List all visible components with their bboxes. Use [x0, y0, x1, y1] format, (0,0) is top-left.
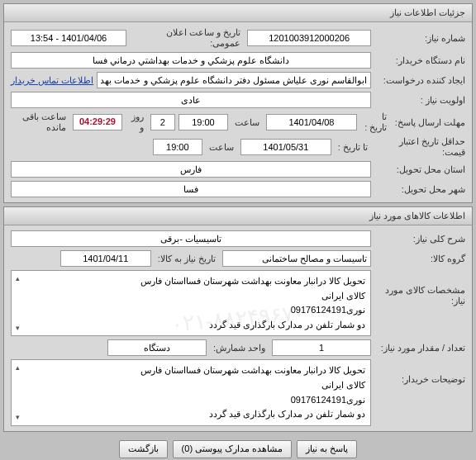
group-field [222, 250, 371, 267]
buyer-contact-link[interactable]: اطلاعات تماس خریدار [11, 75, 93, 86]
province-field [11, 161, 371, 178]
valid-to-time-label: ساعت [206, 142, 237, 153]
pub-date-field [11, 30, 126, 46]
chevron-down-icon[interactable]: ▾ [13, 411, 21, 423]
remain-days-field [150, 114, 175, 130]
valid-to-date-field [240, 139, 331, 155]
spec-field[interactable]: ▴ ▾ تحویل کالا درانبار معاونت بهداشت شهر… [11, 270, 371, 336]
city-field [11, 181, 371, 197]
notes-line: تحویل کالا درانبار معاونت بهداشت شهرستان… [17, 363, 365, 378]
unit-label: واحد شمارش: [210, 343, 269, 353]
spec-line: نوری09176124191 [17, 303, 365, 318]
spec-line: دو شمار تلفن در مدارک بارگذاری قید گردد [17, 318, 365, 333]
deadline-label: مهلت ارسال پاسخ: [393, 117, 465, 128]
attachments-label: مشاهده مدارک پیوستی [195, 443, 283, 453]
unit-field [107, 339, 207, 356]
spec-line: تحویل کالا درانبار معاونت بهداشت شهرستان… [17, 274, 365, 289]
city-label: شهر محل تحویل: [374, 184, 465, 195]
panel1-title: جزئیات اطلاعات نیاز [4, 4, 472, 22]
desc-field [11, 230, 371, 247]
qty-field [272, 339, 371, 356]
notes-line: کالای ایرانی [17, 378, 365, 393]
creator-name-field [97, 72, 371, 88]
buyer-notes-label: توضیحات خریدار: [374, 359, 465, 385]
attachments-button[interactable]: مشاهده مدارک پیوستی (0) [173, 440, 293, 458]
back-button[interactable]: بازگشت [119, 440, 168, 458]
priority-label: اولویت نیاز : [374, 95, 465, 106]
remain-time: 04:29:29 [73, 114, 122, 130]
attachments-count: (0) [182, 443, 193, 453]
need-no-field [247, 30, 371, 46]
desc-label: شرح کلی نیاز: [374, 234, 465, 244]
spec-line: کالای ایرانی [17, 289, 365, 304]
buyer-name-field [11, 52, 371, 69]
remain-suffix: ساعت باقی مانده [11, 111, 69, 133]
spec-label: مشخصات کالای مورد نیاز: [374, 270, 465, 306]
creator-label: ایجاد کننده درخواست: [374, 75, 465, 86]
qty-label: تعداد / مقدار مورد نیاز: [374, 343, 465, 353]
group-label: گروه کالا: [374, 254, 465, 264]
to-time-field [178, 114, 228, 130]
panel2-title: اطلاعات کالاهای مورد نیاز [4, 207, 472, 225]
province-label: استان محل تحویل: [374, 164, 465, 175]
chevron-up-icon[interactable]: ▴ [13, 273, 21, 284]
chevron-down-icon[interactable]: ▾ [13, 322, 21, 334]
valid-to-date-label: تا تاریخ : [335, 142, 371, 153]
to-date-label: تا تاریخ : [360, 111, 390, 133]
remain-days-label: روز و [126, 111, 147, 133]
notes-line: نوری09176124191 [17, 393, 365, 408]
pub-date-label: تاریخ و ساعت اعلان عمومی: [130, 27, 244, 49]
need-item-date-field [60, 250, 151, 267]
notes-line: دو شمار تلفن در مدارک بارگذاری قید گردد [17, 407, 365, 422]
buyer-label: نام دستگاه خریدار: [374, 55, 465, 66]
need-no-label: شماره نیاز: [374, 33, 465, 44]
priority-field [11, 92, 371, 108]
valid-label: حداقل تاریخ اعتبار قیمت: [374, 136, 465, 158]
to-time-label: ساعت [231, 117, 263, 128]
reply-button[interactable]: پاسخ به نیاز [297, 440, 357, 458]
need-item-date-label: تاریخ نیاز به کالا: [155, 254, 219, 264]
to-date-field [266, 114, 357, 130]
valid-to-time-field [153, 139, 202, 155]
buyer-notes-field[interactable]: ▴ ▾ تحویل کالا درانبار معاونت بهداشت شهر… [11, 359, 371, 425]
chevron-up-icon[interactable]: ▴ [13, 362, 21, 373]
